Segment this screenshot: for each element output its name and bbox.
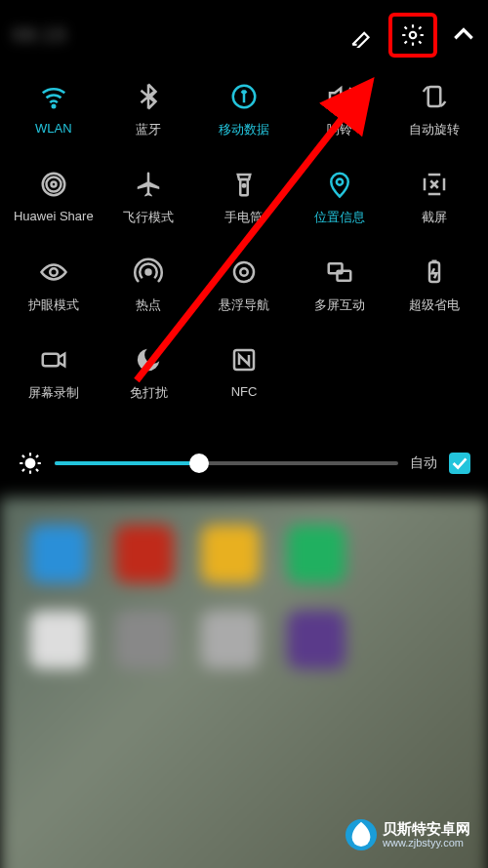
tile-label: 移动数据	[219, 121, 269, 138]
homescreen-blurred	[0, 497, 488, 868]
tile-label: 响铃	[327, 121, 352, 138]
mobile-data-icon	[229, 82, 259, 111]
tile-screenshot[interactable]: 截屏	[386, 170, 482, 257]
svg-point-9	[146, 270, 151, 275]
tile-label: 截屏	[422, 209, 447, 226]
tile-label: 免打扰	[130, 384, 168, 402]
svg-rect-3	[428, 87, 441, 106]
tile-flashlight[interactable]: 手电筒	[196, 170, 292, 257]
svg-point-1	[53, 105, 56, 108]
svg-point-0	[410, 32, 417, 39]
watermark: 贝斯特安卓网 www.zjbstyy.com	[338, 815, 478, 854]
tile-label: 多屏互动	[314, 296, 365, 314]
gear-icon[interactable]	[400, 22, 426, 48]
bluetooth-icon	[134, 82, 163, 111]
tile-screen-record[interactable]: 屏幕录制	[6, 345, 102, 433]
tile-float-nav[interactable]: 悬浮导航	[196, 257, 292, 345]
tile-label: WLAN	[35, 121, 72, 136]
tile-label: 自动旋转	[409, 121, 460, 138]
svg-point-7	[336, 178, 342, 184]
auto-rotate-icon	[420, 82, 449, 111]
brightness-icon	[18, 451, 43, 476]
tile-label: 热点	[136, 296, 161, 314]
brightness-row: 自动	[0, 441, 488, 497]
quick-settings-grid: WLAN蓝牙移动数据响铃自动旋转Huawei Share飞行模式手电筒位置信息截…	[0, 62, 488, 441]
notification-header: 08:15	[0, 8, 488, 62]
chevron-up-icon[interactable]	[451, 22, 476, 48]
huawei-share-icon	[39, 170, 68, 199]
tile-hotspot[interactable]: 热点	[102, 257, 197, 345]
wlan-icon	[39, 82, 68, 111]
tile-airplane[interactable]: 飞行模式	[102, 170, 197, 257]
tile-nfc[interactable]: NFC	[196, 345, 292, 433]
airplane-icon	[134, 170, 163, 199]
multi-screen-icon	[325, 257, 354, 287]
flashlight-icon	[229, 170, 259, 199]
tile-label: 悬浮导航	[219, 296, 269, 314]
tile-multi-screen[interactable]: 多屏互动	[292, 257, 387, 345]
tile-auto-rotate[interactable]: 自动旋转	[386, 82, 482, 170]
screen-record-icon	[39, 345, 68, 375]
tile-mobile-data[interactable]: 移动数据	[196, 82, 292, 170]
eye-comfort-icon	[39, 257, 68, 287]
tile-sound[interactable]: 响铃	[292, 82, 387, 170]
settings-button-highlight	[388, 13, 437, 58]
hotspot-icon	[134, 257, 163, 287]
tile-eye-comfort[interactable]: 护眼模式	[6, 257, 102, 345]
header-blurred-info: 08:15	[12, 22, 349, 48]
tile-label: NFC	[231, 384, 258, 399]
nfc-icon	[229, 345, 259, 375]
power-save-icon	[420, 257, 449, 287]
auto-brightness-label: 自动	[410, 454, 437, 472]
tile-label: Huawei Share	[14, 209, 94, 223]
svg-point-6	[243, 184, 246, 187]
tile-label: 超级省电	[409, 296, 460, 314]
tile-dnd[interactable]: 免打扰	[102, 345, 197, 433]
sound-icon	[325, 82, 354, 111]
float-nav-icon	[229, 257, 259, 287]
watermark-url: www.zjbstyy.com	[383, 837, 470, 848]
location-icon	[325, 170, 354, 199]
tile-label: 位置信息	[314, 209, 365, 226]
tile-bluetooth[interactable]: 蓝牙	[102, 82, 197, 170]
tile-label: 蓝牙	[136, 121, 161, 138]
screenshot-icon	[420, 170, 449, 199]
dnd-icon	[134, 345, 163, 375]
svg-rect-15	[43, 354, 59, 367]
svg-point-4	[51, 182, 56, 187]
tile-label: 护眼模式	[28, 296, 79, 314]
svg-point-10	[234, 262, 254, 282]
tile-wlan[interactable]: WLAN	[6, 82, 102, 170]
tile-power-save[interactable]: 超级省电	[386, 257, 482, 345]
tile-label: 飞行模式	[123, 209, 174, 226]
brightness-slider[interactable]	[55, 461, 398, 465]
tile-label: 手电筒	[224, 209, 263, 226]
tile-huawei-share[interactable]: Huawei Share	[6, 170, 102, 257]
watermark-logo-icon	[346, 819, 377, 850]
watermark-name: 贝斯特安卓网	[383, 821, 470, 838]
tile-location[interactable]: 位置信息	[292, 170, 387, 257]
auto-brightness-checkbox[interactable]	[449, 453, 470, 474]
svg-point-11	[240, 268, 248, 276]
svg-point-8	[50, 268, 58, 276]
edit-icon[interactable]	[349, 22, 375, 48]
tile-label: 屏幕录制	[28, 384, 79, 402]
svg-point-17	[25, 458, 36, 469]
